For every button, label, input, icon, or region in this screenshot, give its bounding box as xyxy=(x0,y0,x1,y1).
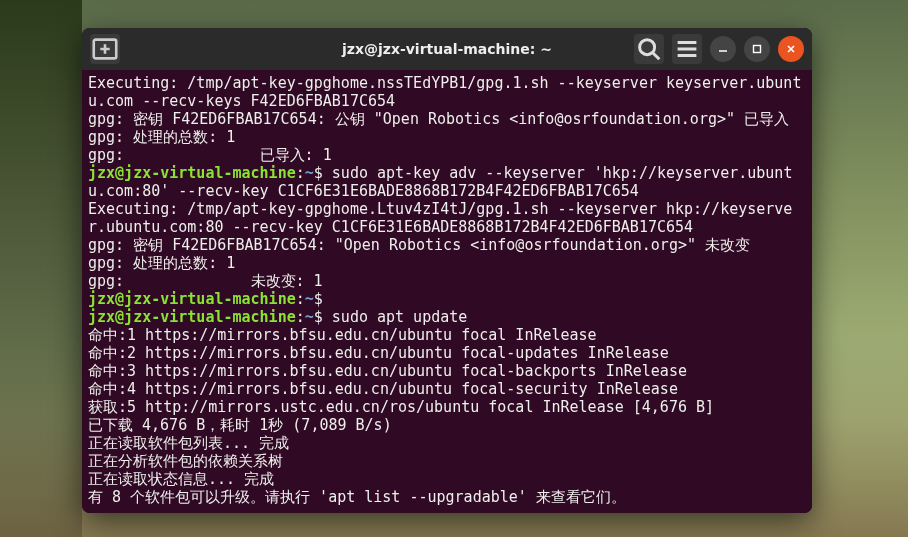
prompt-path: ~ xyxy=(305,290,314,308)
hamburger-icon xyxy=(672,34,702,64)
output-line: 正在分析软件包的依赖关系树 xyxy=(88,452,283,470)
command-text: sudo apt update xyxy=(323,308,468,326)
prompt-path: ~ xyxy=(305,164,314,182)
prompt-userhost: jzx@jzx-virtual-machine xyxy=(88,164,296,182)
output-line: 正在读取状态信息... 完成 xyxy=(88,470,274,488)
svg-line-4 xyxy=(653,53,660,60)
terminal-body[interactable]: Executing: /tmp/apt-key-gpghome.nssTEdYP… xyxy=(82,70,812,513)
output-line: gpg: 密钥 F42ED6FBAB17C654: "Open Robotics… xyxy=(88,236,750,254)
prompt-sep: : xyxy=(296,308,305,326)
new-tab-button[interactable] xyxy=(90,34,120,64)
output-line: 有 8 个软件包可以升级。请执行 'apt list --upgradable'… xyxy=(88,488,626,506)
maximize-icon xyxy=(751,43,763,55)
output-line: Executing: /tmp/apt-key-gpghome.nssTEdYP… xyxy=(88,74,801,110)
output-line: gpg: 处理的总数: 1 xyxy=(88,128,235,146)
close-button[interactable] xyxy=(778,36,804,62)
output-line: 命中:3 https://mirrors.bfsu.edu.cn/ubuntu … xyxy=(88,362,687,380)
svg-rect-9 xyxy=(754,46,761,53)
output-line: 命中:2 https://mirrors.bfsu.edu.cn/ubuntu … xyxy=(88,344,669,362)
search-button[interactable] xyxy=(634,34,664,64)
new-tab-icon xyxy=(90,34,120,64)
close-icon xyxy=(785,43,797,55)
output-line: 已下载 4,676 B，耗时 1秒 (7,089 B/s) xyxy=(88,416,392,434)
output-line: gpg: 已导入: 1 xyxy=(88,146,332,164)
output-line: 命中:4 https://mirrors.bfsu.edu.cn/ubuntu … xyxy=(88,380,678,398)
terminal-window: jzx@jzx-virtual-machine: ~ Executing: /t… xyxy=(82,28,812,513)
search-icon xyxy=(634,34,664,64)
prompt-userhost: jzx@jzx-virtual-machine xyxy=(88,290,296,308)
titlebar: jzx@jzx-virtual-machine: ~ xyxy=(82,28,812,70)
prompt-sep: : xyxy=(296,164,305,182)
minimize-button[interactable] xyxy=(710,36,736,62)
prompt-sigil: $ xyxy=(314,164,323,182)
output-line: Executing: /tmp/apt-key-gpghome.Ltuv4zI4… xyxy=(88,200,792,236)
output-line: 命中:1 https://mirrors.bfsu.edu.cn/ubuntu … xyxy=(88,326,597,344)
minimize-icon xyxy=(717,43,729,55)
prompt-path: ~ xyxy=(305,308,314,326)
prompt-sigil: $ xyxy=(314,290,323,308)
output-line: 正在读取软件包列表... 完成 xyxy=(88,434,289,452)
prompt-sigil: $ xyxy=(314,308,323,326)
prompt-sep: : xyxy=(296,290,305,308)
output-line: gpg: 密钥 F42ED6FBAB17C654: 公钥 "Open Robot… xyxy=(88,110,789,128)
menu-button[interactable] xyxy=(672,34,702,64)
output-line: 获取:5 http://mirrors.ustc.edu.cn/ros/ubun… xyxy=(88,398,714,416)
output-line: gpg: 未改变: 1 xyxy=(88,272,323,290)
output-line: gpg: 处理的总数: 1 xyxy=(88,254,235,272)
prompt-userhost: jzx@jzx-virtual-machine xyxy=(88,308,296,326)
maximize-button[interactable] xyxy=(744,36,770,62)
svg-point-3 xyxy=(640,40,655,55)
